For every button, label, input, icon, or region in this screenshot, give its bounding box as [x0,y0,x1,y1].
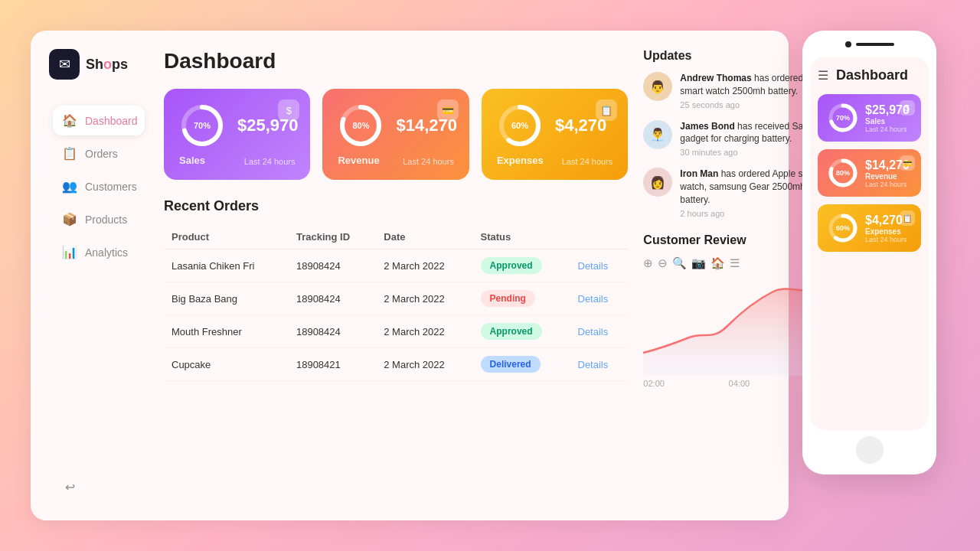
sidebar-item-label: Analytics [85,246,128,259]
logo: ✉ Shops [49,49,149,80]
sidebar-item-label: Products [85,214,127,226]
zoom-icon[interactable]: 🔍 [672,256,687,270]
sidebar-item-orders[interactable]: 📋 Orders [53,139,145,168]
col-date: Date [376,225,472,249]
mobile-sales-label: Sales [865,117,912,126]
sales-sublabel: Last 24 hours [244,157,296,166]
sidebar-item-label: Customers [85,181,137,193]
expenses-percent-label: 60% [511,121,528,130]
zoom-in-icon[interactable]: ⊕ [643,256,653,270]
logo-text: Shops [86,57,128,73]
order-details[interactable]: Details [570,282,629,315]
revenue-sublabel: Last 24 hours [403,157,454,166]
expenses-circle: 60% [497,103,543,148]
home-icon: 🏠 [62,113,77,128]
x-label-1: 02:00 [643,379,665,388]
revenue-circle: 80% [338,103,384,148]
mobile-notch [810,41,929,47]
sidebar-item-label: Dashboard [85,115,138,127]
mobile-header: ☰ Dashboard [818,67,921,83]
revenue-card: 💳 80% $14,270 [322,89,469,180]
mobile-expenses-label: Expenses [865,227,912,236]
order-date: 2 March 2022 [376,348,472,381]
x-label-2: 04:00 [729,379,750,388]
order-details[interactable]: Details [570,348,629,381]
col-product: Product [164,225,289,249]
order-product: Cupcake [164,348,289,381]
sidebar-item-customers[interactable]: 👥 Customers [53,171,145,201]
table-row: Mouth Freshner 18908424 2 March 2022 App… [164,315,628,348]
notch-dot [845,41,851,47]
revenue-percent-label: 80% [352,121,369,130]
mobile-sales-sublabel: Last 24 hours [865,126,912,133]
avatar: 👨‍💼 [643,120,672,149]
sidebar-item-dashboard[interactable]: 🏠 Dashboard [53,106,145,135]
table-row: Big Baza Bang 18908424 2 March 2022 Pend… [164,282,628,315]
mobile-revenue-circle: 80% [827,157,859,189]
camera-icon[interactable]: 📷 [691,256,706,270]
mobile-expenses-percent: 60% [836,224,850,232]
zoom-out-icon[interactable]: ⊖ [658,256,668,270]
mobile-inner: ☰ Dashboard $ 70% $25,970 Sales Last 24 … [810,57,929,430]
order-status: Approved [473,249,570,282]
order-status: Approved [473,315,570,348]
avatar: 👩 [643,168,672,197]
stat-cards: $ 70% $25,970 [164,89,628,180]
mobile-expenses-sublabel: Last 24 hours [865,236,912,243]
mobile-revenue-percent: 80% [836,169,850,177]
avatar: 👨 [643,72,672,101]
table-row: Cupcake 18908421 2 March 2022 Delivered … [164,348,628,381]
logo-icon: ✉ [49,49,80,80]
mobile-expenses-circle: 60% [827,212,859,244]
mobile-revenue-sublabel: Last 24 hours [865,181,912,188]
mobile-home-button[interactable] [856,436,884,464]
sales-card: $ 70% $25,970 [164,89,310,180]
main-content: Dashboard $ 70% [164,49,628,502]
recent-orders-title: Recent Orders [164,198,628,214]
products-icon: 📦 [62,212,77,227]
customers-icon: 👥 [62,179,77,194]
menu-icon[interactable]: ☰ [730,256,740,270]
col-tracking: Tracking ID [289,225,376,249]
sales-circle: 70% [179,103,225,148]
mobile-menu-icon[interactable]: ☰ [818,68,828,83]
table-row: Lasania Chiken Fri 18908424 2 March 2022… [164,249,628,282]
sidebar: ✉ Shops 🏠 Dashboard 📋 Orders 👥 Customers… [49,49,149,502]
sidebar-item-products[interactable]: 📦 Products [53,204,145,234]
revenue-label: Revenue [338,155,379,166]
mobile-revenue-label: Revenue [865,172,912,181]
mobile-expenses-icon: 📋 [900,210,915,226]
analytics-icon: 📊 [62,245,77,259]
sidebar-item-label: Orders [85,148,118,160]
order-product: Big Baza Bang [164,282,289,315]
orders-table: Product Tracking ID Date Status Lasania … [164,225,628,381]
sales-label: Sales [179,155,205,166]
sales-percent-label: 70% [194,121,211,130]
mobile-revenue-icon: 💳 [900,155,915,171]
sidebar-item-analytics[interactable]: 📊 Analytics [53,237,145,267]
expenses-card-icon: 📋 [596,99,617,121]
mobile-sales-card: $ 70% $25,970 Sales Last 24 hours [818,94,921,142]
order-product: Lasania Chiken Fri [164,249,289,282]
order-date: 2 March 2022 [376,282,472,315]
home-chart-icon[interactable]: 🏠 [710,256,725,270]
page-title: Dashboard [164,49,628,73]
order-status: Delivered [473,348,570,381]
order-details[interactable]: Details [570,249,629,282]
order-tracking: 18908421 [289,348,376,381]
mobile-expenses-card: 📋 60% $4,270 Expenses Last 24 hours [818,204,921,252]
expenses-card: 📋 60% $4,270 [482,89,628,180]
mobile-title: Dashboard [836,67,908,83]
order-tracking: 18908424 [289,249,376,282]
logout-button[interactable]: ↩ [53,472,145,502]
sales-card-icon: $ [278,99,299,121]
order-status: Pending [473,282,570,315]
order-details[interactable]: Details [570,315,629,348]
logout-icon: ↩ [62,480,77,494]
mobile-revenue-card: 💳 80% $14,270 Revenue Last 24 hours [818,149,921,197]
mobile-sales-circle: 70% [827,102,859,134]
orders-icon: 📋 [62,146,77,161]
revenue-card-icon: 💳 [437,99,459,121]
order-date: 2 March 2022 [376,249,472,282]
mobile-mockup: ☰ Dashboard $ 70% $25,970 Sales Last 24 … [802,31,936,474]
